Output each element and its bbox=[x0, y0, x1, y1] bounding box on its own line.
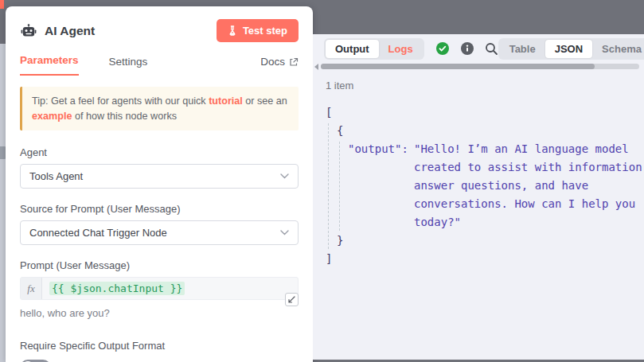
json-bracket-open: [ bbox=[326, 103, 644, 122]
output-format-label: Require Specific Output Format bbox=[20, 340, 299, 352]
expression-code[interactable]: {{ $json.chatInput }} bbox=[49, 282, 185, 295]
fx-badge: fx bbox=[21, 278, 42, 299]
tab-logs[interactable]: Logs bbox=[379, 40, 423, 58]
indent-guide bbox=[339, 142, 340, 231]
chevron-down-icon bbox=[280, 230, 289, 235]
settings-tabs: Parameters Settings Docs bbox=[6, 54, 313, 76]
expand-expression-button[interactable] bbox=[285, 293, 299, 306]
prompt-source-select[interactable]: Connected Chat Trigger Node bbox=[20, 220, 299, 245]
horizontal-scrollbar bbox=[314, 64, 644, 69]
test-step-button[interactable]: Test step bbox=[217, 19, 299, 42]
source-label: Source for Prompt (User Message) bbox=[20, 203, 299, 215]
info-icon[interactable] bbox=[460, 41, 474, 56]
agent-label: Agent bbox=[20, 146, 299, 158]
robot-icon bbox=[20, 22, 37, 40]
tab-table[interactable]: Table bbox=[500, 40, 545, 58]
search-icon[interactable] bbox=[485, 42, 498, 56]
json-brace-close: } bbox=[326, 232, 644, 250]
scrollbar-thumb[interactable] bbox=[321, 64, 595, 69]
canvas-node-fragment bbox=[0, 0, 4, 9]
json-bracket-close: ] bbox=[326, 250, 644, 268]
json-value: "Hello! I’m an AI language model created… bbox=[414, 140, 644, 232]
output-panel: Output Logs bbox=[313, 34, 644, 360]
scroll-left-arrow-icon[interactable] bbox=[314, 64, 318, 70]
docs-link[interactable]: Docs bbox=[260, 56, 299, 76]
tab-parameters[interactable]: Parameters bbox=[20, 54, 79, 76]
success-check-icon bbox=[435, 41, 450, 56]
tab-settings[interactable]: Settings bbox=[109, 56, 148, 76]
json-key-value-row: "output": "Hello! I’m an AI language mod… bbox=[326, 140, 644, 232]
items-count: 1 item bbox=[326, 80, 644, 91]
node-title: AI Agent bbox=[45, 24, 95, 38]
tab-schema[interactable]: Schema bbox=[592, 40, 644, 58]
node-settings-panel: AI Agent Test step Parameters Settings D… bbox=[6, 6, 313, 362]
json-key: "output": bbox=[348, 140, 414, 158]
output-header: Output Logs bbox=[313, 34, 644, 60]
scrollbar-track[interactable] bbox=[321, 64, 639, 69]
example-link[interactable]: example bbox=[32, 111, 72, 122]
parameters-body: Tip: Get a feel for agents with our quic… bbox=[6, 76, 313, 362]
external-link-icon bbox=[289, 57, 299, 67]
tip-text: Tip: Get a feel for agents with our quic… bbox=[32, 95, 209, 107]
background-panel-edge bbox=[0, 44, 6, 362]
flask-icon bbox=[228, 25, 237, 36]
prompt-label: Prompt (User Message) bbox=[20, 259, 299, 271]
json-output-view: [ { "output": "Hello! I’m an AI language… bbox=[326, 103, 644, 268]
chevron-down-icon bbox=[280, 173, 289, 179]
indent-guide bbox=[328, 123, 329, 249]
format-tabs: Table JSON Schema bbox=[498, 38, 644, 60]
json-brace-open: { bbox=[326, 122, 644, 140]
tab-json[interactable]: JSON bbox=[545, 40, 592, 58]
tab-output[interactable]: Output bbox=[326, 40, 379, 58]
prompt-expression-input[interactable]: fx {{ $json.chatInput }} bbox=[20, 277, 299, 300]
tip-callout: Tip: Get a feel for agents with our quic… bbox=[20, 87, 299, 130]
tutorial-link[interactable]: tutorial bbox=[209, 95, 243, 107]
view-tabs: Output Logs bbox=[324, 38, 424, 60]
expression-preview-text: hello, who are you? bbox=[20, 307, 299, 319]
agent-select[interactable]: Tools Agent bbox=[20, 164, 299, 189]
node-header: AI Agent Test step bbox=[6, 6, 313, 42]
output-status-icons bbox=[435, 41, 498, 56]
